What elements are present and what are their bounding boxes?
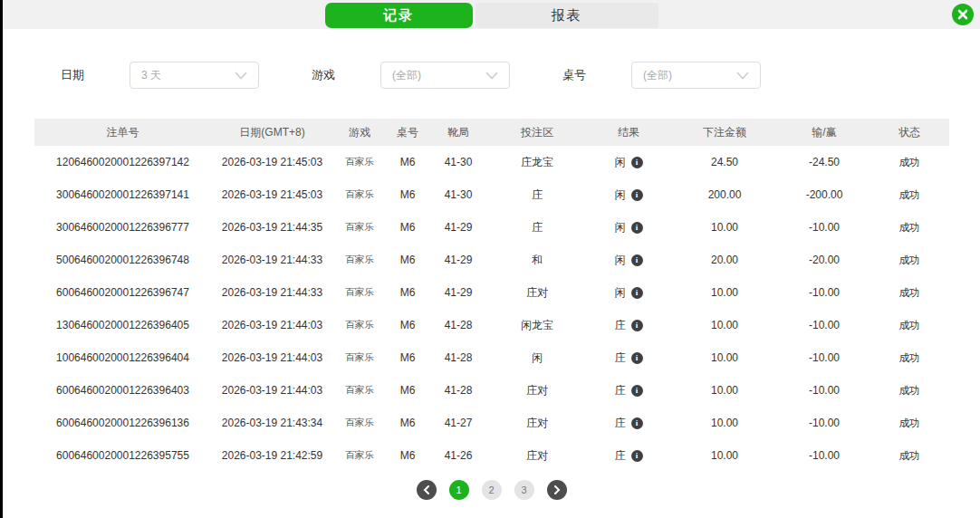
- cell-bet-amount: 200.00: [670, 178, 779, 211]
- info-icon[interactable]: i: [631, 450, 643, 462]
- cell-result: 闲i: [587, 146, 670, 178]
- table-row: 60064600200012263964032026-03-19 21:44:0…: [34, 374, 949, 407]
- cell-win-loss: -10.00: [779, 309, 870, 341]
- cell-bet-id: 1306460020001226396405: [34, 309, 211, 341]
- cell-status: 成功: [870, 439, 949, 472]
- result-text: 庄: [615, 350, 626, 366]
- cell-table-no: M6: [386, 178, 429, 211]
- info-icon[interactable]: i: [631, 222, 643, 234]
- cell-win-loss: -200.00: [779, 178, 870, 211]
- cell-win-loss: -20.00: [779, 244, 870, 276]
- pagination-page-1[interactable]: 1: [449, 480, 469, 500]
- table-row: 50064600200012263967482026-03-19 21:44:3…: [34, 244, 949, 276]
- game-filter-label: 游戏: [312, 67, 335, 83]
- filter-game: 游戏 (全部): [312, 62, 510, 89]
- cell-bet-id: 6006460020001226396403: [34, 374, 211, 407]
- table-filter-select[interactable]: (全部): [631, 62, 761, 89]
- cell-bet-amount: 24.50: [670, 146, 779, 178]
- pagination-next-button[interactable]: [547, 480, 567, 500]
- result-text: 闲: [615, 253, 626, 268]
- cell-shoe-round: 41-29: [429, 211, 487, 244]
- date-filter-value: 3 天: [141, 68, 161, 83]
- cell-bet-area: 和: [487, 244, 587, 276]
- cell-result: 庄i: [587, 309, 670, 341]
- cell-table-no: M6: [386, 146, 429, 178]
- cell-game: 百家乐: [333, 178, 386, 211]
- cell-bet-amount: 10.00: [670, 407, 779, 439]
- cell-status: 成功: [870, 407, 949, 439]
- cell-bet-id: 5006460020001226396748: [34, 244, 211, 276]
- result-text: 庄: [615, 318, 626, 333]
- cell-bet-id: 3006460020001226397141: [34, 178, 211, 211]
- cell-date: 2026-03-19 21:45:03: [211, 178, 333, 211]
- cell-bet-id: 6006460020001226396747: [34, 276, 211, 309]
- cell-table-no: M6: [386, 276, 429, 309]
- cell-result: 庄i: [587, 374, 670, 407]
- result-text: 闲: [615, 220, 626, 235]
- date-filter-select[interactable]: 3 天: [130, 62, 259, 89]
- cell-bet-id: 3006460020001226396777: [34, 211, 211, 244]
- tab-reports[interactable]: 报表: [476, 3, 658, 28]
- cell-table-no: M6: [386, 374, 429, 407]
- table-row: 30064600200012263971412026-03-19 21:45:0…: [34, 178, 949, 211]
- cell-bet-area: 庄对: [487, 276, 587, 309]
- tab-records[interactable]: 记录: [325, 3, 473, 28]
- cell-bet-amount: 10.00: [670, 341, 779, 374]
- cell-date: 2026-03-19 21:44:33: [211, 244, 333, 276]
- cell-date: 2026-03-19 21:43:34: [211, 407, 333, 439]
- top-bar: 记录 报表: [3, 0, 980, 29]
- pagination-prev-button[interactable]: [417, 480, 437, 500]
- cell-bet-area: 庄: [487, 178, 587, 211]
- info-icon[interactable]: i: [631, 417, 643, 429]
- cell-shoe-round: 41-28: [429, 341, 487, 374]
- cell-bet-id: 1006460020001226396404: [34, 341, 211, 374]
- info-icon[interactable]: i: [631, 352, 643, 364]
- column-header-bet-area: 投注区: [487, 119, 587, 146]
- result-text: 庄: [615, 416, 626, 431]
- table-row: 60064600200012263961362026-03-19 21:43:3…: [34, 407, 949, 439]
- cell-win-loss: -10.00: [779, 211, 870, 244]
- info-icon[interactable]: i: [631, 254, 643, 266]
- cell-bet-amount: 10.00: [670, 439, 779, 472]
- pagination-page-3[interactable]: 3: [514, 480, 534, 500]
- cell-bet-area: 庄: [487, 211, 587, 244]
- cell-win-loss: -10.00: [779, 439, 870, 472]
- chevron-down-icon: [736, 72, 749, 80]
- cell-bet-area: 闲: [487, 341, 587, 374]
- cell-bet-id: 1206460020001226397142: [34, 146, 211, 178]
- result-text: 闲: [615, 155, 626, 170]
- cell-date: 2026-03-19 21:44:03: [211, 341, 333, 374]
- game-filter-select[interactable]: (全部): [380, 62, 510, 89]
- table-row: 60064600200012263967472026-03-19 21:44:3…: [34, 276, 949, 309]
- info-icon[interactable]: i: [631, 385, 643, 397]
- cell-win-loss: -24.50: [779, 146, 870, 178]
- info-icon[interactable]: i: [631, 157, 643, 168]
- result-text: 闲: [615, 285, 626, 301]
- cell-status: 成功: [870, 178, 949, 211]
- table-row: 13064600200012263964052026-03-19 21:44:0…: [34, 309, 949, 341]
- game-filter-value: (全部): [392, 68, 421, 83]
- cell-bet-area: 庄龙宝: [487, 146, 587, 178]
- filter-date: 日期 3 天: [61, 62, 259, 89]
- info-icon[interactable]: i: [631, 287, 643, 299]
- cell-status: 成功: [870, 341, 949, 374]
- cell-table-no: M6: [386, 341, 429, 374]
- cell-status: 成功: [870, 374, 949, 407]
- cell-date: 2026-03-19 21:44:33: [211, 276, 333, 309]
- cell-bet-id: 6006460020001226395755: [34, 439, 211, 472]
- column-header-status: 状态: [870, 119, 949, 146]
- cell-bet-amount: 10.00: [670, 309, 779, 341]
- cell-win-loss: -10.00: [779, 407, 870, 439]
- close-button[interactable]: [952, 4, 974, 25]
- pagination-page-2[interactable]: 2: [482, 480, 502, 500]
- cell-shoe-round: 41-26: [429, 439, 487, 472]
- cell-bet-area: 庄对: [487, 407, 587, 439]
- column-header-date: 日期(GMT+8): [211, 119, 333, 146]
- info-icon[interactable]: i: [631, 189, 643, 201]
- cell-table-no: M6: [386, 407, 429, 439]
- cell-table-no: M6: [386, 439, 429, 472]
- column-header-win-loss: 输/赢: [779, 119, 870, 146]
- cell-win-loss: -10.00: [779, 374, 870, 407]
- cell-bet-id: 6006460020001226396136: [34, 407, 211, 439]
- info-icon[interactable]: i: [631, 320, 643, 331]
